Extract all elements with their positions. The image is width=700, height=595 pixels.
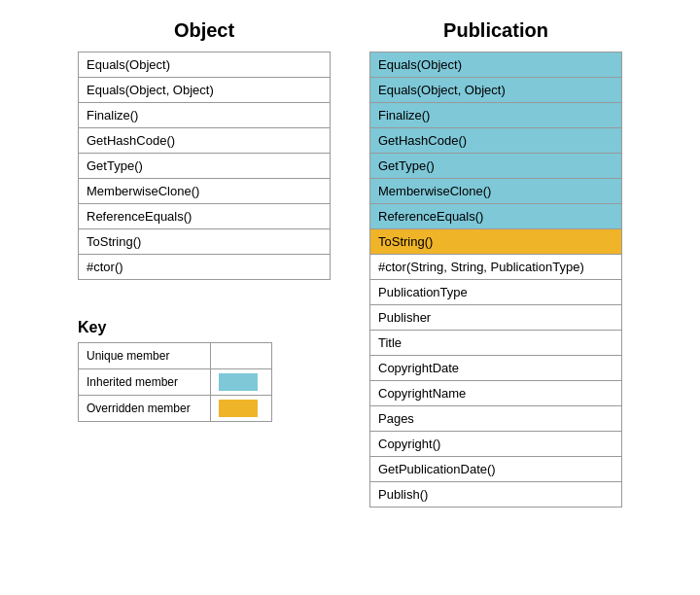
key-table: Unique memberInherited memberOverridden … — [78, 342, 272, 422]
table-row: PublicationType — [370, 280, 622, 305]
table-row: Finalize() — [370, 103, 622, 128]
key-label: Overridden member — [79, 396, 211, 422]
cell-label: Publisher — [370, 305, 622, 331]
object-table: Equals(Object)Equals(Object, Object)Fina… — [78, 52, 331, 280]
table-row: Copyright() — [370, 432, 622, 457]
cell-label: #ctor() — [79, 255, 331, 280]
key-label: Unique member — [79, 343, 211, 369]
cell-label: Copyright() — [370, 432, 622, 457]
table-row: ReferenceEquals() — [370, 204, 622, 229]
key-label: Inherited member — [79, 369, 211, 396]
cell-label: #ctor(String, String, PublicationType) — [370, 255, 622, 280]
cell-label: Finalize() — [79, 103, 331, 128]
table-row: Title — [370, 331, 622, 356]
table-row: #ctor() — [79, 255, 331, 280]
table-row: GetType() — [79, 154, 331, 179]
key-title: Key — [78, 319, 272, 336]
cell-label: CopyrightDate — [370, 356, 622, 381]
cell-label: GetType() — [370, 154, 622, 179]
table-row: Equals(Object) — [370, 52, 622, 78]
table-row: CopyrightDate — [370, 356, 622, 381]
table-row: CopyrightName — [370, 381, 622, 406]
cell-label: Equals(Object) — [370, 52, 622, 78]
publication-title: Publication — [443, 19, 548, 42]
object-title: Object — [174, 19, 234, 42]
cell-label: Equals(Object, Object) — [370, 78, 622, 103]
cell-label: ReferenceEquals() — [370, 204, 622, 229]
table-row: Pages — [370, 406, 622, 432]
cell-label: GetType() — [79, 154, 331, 179]
cell-label: ReferenceEquals() — [79, 204, 331, 229]
cell-label: Equals(Object, Object) — [79, 78, 331, 103]
publication-table: Equals(Object)Equals(Object, Object)Fina… — [369, 52, 622, 508]
table-row: Finalize() — [79, 103, 331, 128]
object-column: Object Equals(Object)Equals(Object, Obje… — [78, 19, 331, 508]
table-row: GetType() — [370, 154, 622, 179]
key-row: Inherited member — [79, 369, 272, 396]
key-color — [211, 343, 272, 369]
cell-label: PublicationType — [370, 280, 622, 305]
key-section: Key Unique memberInherited memberOverrid… — [78, 319, 272, 422]
table-row: #ctor(String, String, PublicationType) — [370, 255, 622, 280]
table-row: MemberwiseClone() — [370, 179, 622, 204]
table-row: Equals(Object) — [79, 52, 331, 78]
key-row: Unique member — [79, 343, 272, 369]
cell-label: MemberwiseClone() — [370, 179, 622, 204]
table-row: ToString() — [79, 229, 331, 255]
table-row: GetPublicationDate() — [370, 457, 622, 482]
cell-label: GetHashCode() — [370, 128, 622, 154]
table-row: Equals(Object, Object) — [370, 78, 622, 103]
cell-label: GetPublicationDate() — [370, 457, 622, 482]
table-row: Equals(Object, Object) — [79, 78, 331, 103]
table-row: Publisher — [370, 305, 622, 331]
cell-label: Equals(Object) — [79, 52, 331, 78]
table-row: GetHashCode() — [79, 128, 331, 154]
cell-label: ToString() — [79, 229, 331, 255]
table-row: ToString() — [370, 229, 622, 255]
table-row: Publish() — [370, 482, 622, 508]
publication-column: Publication Equals(Object)Equals(Object,… — [369, 19, 622, 508]
cell-label: MemberwiseClone() — [79, 179, 331, 204]
cell-label: Title — [370, 331, 622, 356]
key-color — [211, 396, 272, 422]
cell-label: Publish() — [370, 482, 622, 508]
key-color — [211, 369, 272, 396]
cell-label: GetHashCode() — [79, 128, 331, 154]
cell-label: CopyrightName — [370, 381, 622, 406]
cell-label: ToString() — [370, 229, 622, 255]
key-row: Overridden member — [79, 396, 272, 422]
table-row: GetHashCode() — [370, 128, 622, 154]
table-row: MemberwiseClone() — [79, 179, 331, 204]
cell-label: Finalize() — [370, 103, 622, 128]
cell-label: Pages — [370, 406, 622, 432]
table-row: ReferenceEquals() — [79, 204, 331, 229]
